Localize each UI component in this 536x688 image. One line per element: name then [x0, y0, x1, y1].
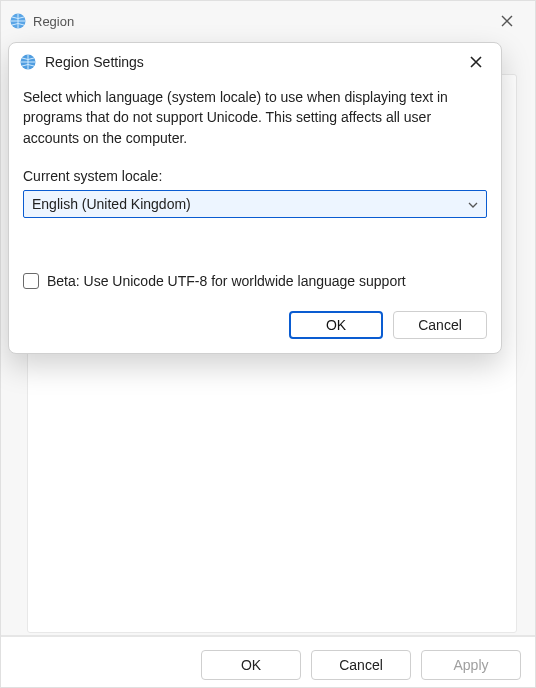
beta-utf8-checkbox[interactable]: [23, 273, 39, 289]
dialog-button-row: OK Cancel: [23, 311, 487, 339]
parent-footer: OK Cancel Apply: [1, 635, 535, 687]
parent-apply-button: Apply: [421, 650, 521, 680]
dialog-close-button[interactable]: [459, 48, 493, 76]
system-locale-label: Current system locale:: [23, 168, 487, 184]
parent-cancel-button[interactable]: Cancel: [311, 650, 411, 680]
system-locale-value: English (United Kingdom): [32, 196, 191, 212]
dialog-title: Region Settings: [45, 54, 144, 70]
dialog-body: Select which language (system locale) to…: [9, 81, 501, 353]
system-locale-dropdown[interactable]: English (United Kingdom): [23, 190, 487, 218]
dialog-ok-button[interactable]: OK: [289, 311, 383, 339]
close-icon: [501, 15, 513, 27]
chevron-down-icon: [468, 198, 478, 210]
parent-ok-button[interactable]: OK: [201, 650, 301, 680]
parent-close-button[interactable]: [487, 6, 527, 36]
dialog-cancel-button[interactable]: Cancel: [393, 311, 487, 339]
region-settings-dialog: Region Settings Select which language (s…: [8, 42, 502, 354]
parent-title: Region: [33, 14, 74, 29]
beta-utf8-label: Beta: Use Unicode UTF-8 for worldwide la…: [47, 273, 406, 289]
dialog-description: Select which language (system locale) to…: [23, 87, 487, 148]
parent-titlebar: Region: [1, 1, 535, 41]
globe-icon: [19, 53, 37, 71]
beta-utf8-row: Beta: Use Unicode UTF-8 for worldwide la…: [23, 273, 487, 289]
globe-icon: [9, 12, 27, 30]
close-icon: [470, 56, 482, 68]
dialog-titlebar: Region Settings: [9, 43, 501, 81]
